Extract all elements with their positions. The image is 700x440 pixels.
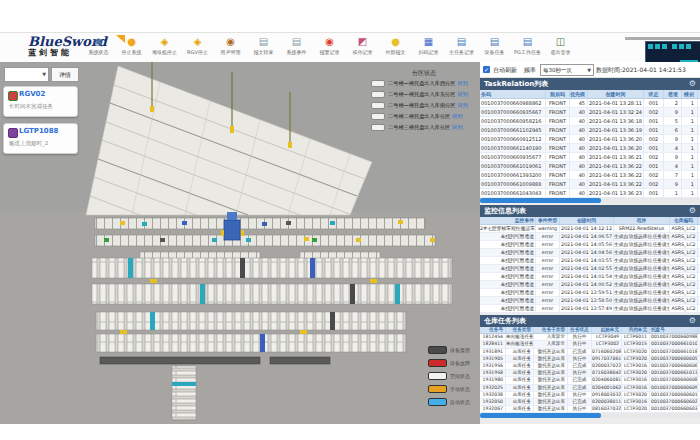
table-row[interactable]: 未找到可用通道 error 2021-04-01 14:06:57 生成自动拣选… [480, 233, 700, 241]
table-row[interactable]: 0010037000661019061 FRONT 40 2021-04-01 … [480, 162, 700, 171]
table-row[interactable]: 1932038 出库任务 整托直达出库 执行中 0918003032 LCTP3… [480, 392, 700, 399]
toolbar-button[interactable]: ▤ 主任务记录 [445, 34, 478, 62]
operation-records-icon: ◩ [346, 34, 379, 49]
table-row[interactable]: 1931905 出库任务 整托直达出库 执行中 0917037061 LCTP3… [480, 356, 700, 363]
settings-gear-icon[interactable]: ⚙ [689, 315, 696, 327]
toolbar-button-label: 操作记录 [346, 49, 379, 55]
mini-window-block-icon [662, 44, 667, 49]
table-row[interactable]: 1932067 出库任务 整托直达出库 执行中 0816037032 LCTP3… [480, 406, 700, 413]
zone-status-row: 二号楼一楼托盘出入库东分区 转到 [371, 89, 477, 100]
zone-checkbox[interactable] [371, 113, 385, 120]
table-row[interactable]: 1931891 出库任务 整托直达出库 已完成 0716060208 LCTP3… [480, 349, 700, 356]
alarm-filter-select[interactable]: ▼ [4, 67, 49, 82]
zone-label: 二号楼一楼托盘出入库南分区 [388, 102, 455, 109]
toolbar-buttons: ◉ 系统状态 ● 停止系统 ◈ 堆垛机停止 ◈ RGV停止 [82, 34, 577, 62]
auto-refresh-label: 自动刷新 [493, 66, 517, 75]
toolbar-button[interactable]: ◩ 操作记录 [346, 34, 379, 62]
table-row[interactable]: 0010037000660935677 FRONT 40 2021-04-01 … [480, 153, 700, 162]
toolbar-button[interactable]: ▤ PG工作任务 [511, 34, 544, 62]
details-button[interactable]: 详情 [51, 67, 79, 82]
scrollbar-thumb[interactable] [480, 413, 601, 418]
rgv-stop-icon: ◈ [181, 34, 214, 49]
chevron-down-icon: ▼ [42, 71, 46, 77]
table-row[interactable]: 1932050 出库任务 整托直达出库 已完成 0200038011 LCTP3… [480, 399, 700, 406]
right-data-panel: ✓ 自动刷新 频率 每30秒一次 ▼ 数据时间:2021-04-01 14:21… [480, 62, 700, 424]
zone-goto-link[interactable]: 转到 [457, 102, 467, 109]
alarm-card[interactable]: RGV02 长时间未完成任务 [3, 86, 78, 117]
settings-gear-icon[interactable]: ⚙ [689, 78, 696, 90]
zone-goto-link[interactable]: 转到 [452, 113, 462, 120]
warehouse-task-rows: 1812454 单向输送任务 入库异常 执行中 LCTP3049 LCTP601… [480, 334, 700, 413]
auto-refresh-checkbox[interactable]: ✓ [483, 66, 490, 73]
toolbar-button[interactable]: ◈ RGV停止 [181, 34, 214, 62]
main-task-records-icon: ▤ [445, 34, 478, 49]
zone-checkbox[interactable] [371, 124, 385, 131]
table-row[interactable]: 0010037000661140190 FRONT 40 2021-04-01 … [480, 144, 700, 153]
toolbar-button[interactable]: ◉ 报警记录 [313, 34, 346, 62]
legend-swatch-icon [428, 372, 447, 380]
table-row[interactable]: 未找到可用通道 error 2021-04-01 14:02:55 生成自动拣选… [480, 265, 700, 273]
table-row[interactable]: 未找到可用通道 error 2021-04-01 13:58:50 生成自动拣选… [480, 297, 700, 305]
toolbar-button[interactable]: ▤ 系统事件 [280, 34, 313, 62]
table-row[interactable]: 1828411 单向输送任务 入库异常 执行中 LCTP3002 LCTP301… [480, 341, 700, 348]
pg-work-tasks-icon: ▤ [511, 34, 544, 49]
toolbar-button-label: 退出登录 [544, 49, 577, 55]
zone-label: 二号楼一楼托盘出入库西分区 [388, 80, 455, 87]
toolbar-button[interactable]: ◈ 堆垛机停止 [148, 34, 181, 62]
table-row[interactable]: 未找到可用通道 error 2021-04-01 13:57:49 生成自动拣选… [480, 305, 700, 313]
table-row[interactable]: 未找到可用通道 error 2021-04-01 13:59:51 生成自动拣选… [480, 289, 700, 297]
legend-row: 设备故障 [428, 356, 478, 369]
zone-status-list: 二号楼一楼托盘出入库西分区 转到 二号楼一楼托盘出入库东分区 转到 二号楼一楼托… [371, 78, 477, 133]
table-row[interactable]: 0010037000661009888 FRONT 40 2021-04-01 … [480, 180, 700, 189]
toolbar-button[interactable]: ▤ 设备任务 [478, 34, 511, 62]
table-row[interactable]: 0010037000660958216 FRONT 40 2021-04-01 … [480, 117, 700, 126]
legend-swatch-icon [428, 398, 447, 406]
scrollbar-thumb[interactable] [480, 198, 601, 203]
table-row[interactable]: 1812454 单向输送任务 入库异常 执行中 LCTP3049 LCTP601… [480, 334, 700, 341]
toolbar-button[interactable]: ▤ 报文转发 [247, 34, 280, 62]
refresh-rate-select[interactable]: 每30秒一次 ▼ [540, 64, 594, 76]
settings-gear-icon[interactable]: ⚙ [689, 205, 696, 217]
zone-checkbox[interactable] [371, 91, 385, 98]
table-row[interactable]: 1932025 出库任务 整托直达出库 已完成 0204001062 LCTP3… [480, 385, 700, 392]
table-row[interactable]: 2#七层穿梭车程控搬运车:任务超长 warning 2021-04-01 14:… [480, 225, 700, 233]
table-row[interactable]: 1931956 出库任务 整托直达出库 已完成 0200037022 LCTP3… [480, 363, 700, 370]
table-row[interactable]: 1931980 出库任务 整托直达出库 已完成 0204060081 LCTP3… [480, 377, 700, 384]
system-events-icon: ▤ [280, 34, 313, 49]
table-row[interactable]: 未找到可用通道 error 2021-04-01 14:01:54 生成自动拣选… [480, 273, 700, 281]
toolbar-button[interactable]: ▦ 扫码记录 [412, 34, 445, 62]
alarm-card[interactable]: LGTP1088 输送上货超时_2 [3, 123, 78, 154]
table-row[interactable]: 0010037000661043043 FRONT 40 2021-04-01 … [480, 189, 700, 198]
zone-goto-link[interactable]: 转到 [457, 80, 467, 87]
legend-row: 空闲状态 [428, 369, 478, 382]
device-alarm-icon [8, 128, 18, 138]
table-row[interactable]: 0010037000661393200 FRONT 40 2021-04-01 … [480, 171, 700, 180]
alarm-device-id: LGTP1088 [19, 127, 58, 135]
zone-status-title: 分区状态 [371, 68, 477, 78]
zone-checkbox[interactable] [371, 80, 385, 87]
zone-goto-link[interactable]: 转到 [452, 124, 462, 131]
table-row[interactable]: 0010037000660912512 FRONT 40 2021-04-01 … [480, 135, 700, 144]
table-row[interactable]: 0010037000660935667 FRONT 40 2021-04-01 … [480, 108, 700, 117]
table-row[interactable]: 未找到可用通道 error 2021-04-01 14:04:56 生成自动拣选… [480, 249, 700, 257]
toolbar-button-label: RGV停止 [181, 49, 214, 55]
toolbar-button[interactable]: ◉ 系统状态 [82, 34, 115, 62]
table-row[interactable]: 未找到可用通道 error 2021-04-01 14:03:55 生成自动拣选… [480, 257, 700, 265]
table-row[interactable]: 未找到可用通道 error 2021-04-01 14:00:52 生成自动拣选… [480, 281, 700, 289]
mini-window-block-icon [672, 44, 677, 49]
table-row[interactable]: 0010037000661102945 FRONT 40 2021-04-01 … [480, 126, 700, 135]
toolbar-button-label: 系统状态 [82, 49, 115, 55]
system-status-icon: ◉ [82, 34, 115, 49]
table-row[interactable]: 1931958 出库任务 整托直达出库 执行中 0716038042 LCTP3… [480, 370, 700, 377]
zone-checkbox[interactable] [371, 102, 385, 109]
table-row[interactable]: 未找到可用通道 error 2021-04-01 14:05:56 生成自动拣选… [480, 241, 700, 249]
table-row[interactable]: 0010037000660988862 FRONT 45 2021-04-01 … [480, 99, 700, 108]
toolbar-button[interactable]: ● 外部报文 [379, 34, 412, 62]
zone-goto-link[interactable]: 转到 [457, 91, 467, 98]
toolbar-button-label: 扫码记录 [412, 49, 445, 55]
toolbar-button[interactable]: ◫ 退出登录 [544, 34, 577, 62]
monitor-info-panel-header: 监控信息列表 ⚙ [480, 205, 700, 217]
toolbar-button[interactable]: ● 停止系统 [115, 34, 148, 62]
toolbar-button[interactable]: ◉ 用户管理 [214, 34, 247, 62]
monitor-info-title: 监控信息列表 [484, 207, 526, 215]
